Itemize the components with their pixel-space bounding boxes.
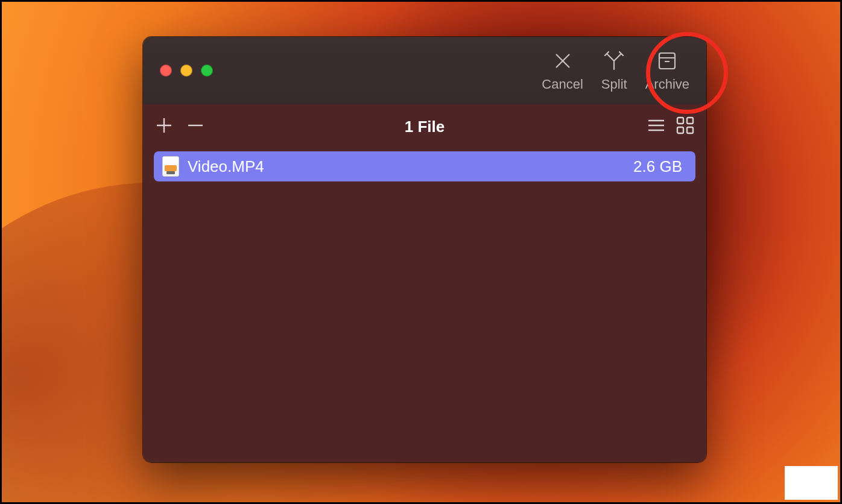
x-icon: [551, 49, 575, 73]
grid-icon: [675, 115, 695, 136]
file-size: 2.6 GB: [633, 157, 682, 176]
svg-rect-1: [677, 118, 683, 124]
window-controls: [160, 65, 213, 77]
svg-rect-2: [687, 118, 693, 124]
split-icon: [602, 49, 626, 73]
archive-label: Archive: [645, 77, 689, 92]
add-file-button[interactable]: [154, 115, 174, 138]
grid-view-button[interactable]: [675, 115, 695, 138]
split-button[interactable]: Split: [601, 49, 627, 92]
window-minimize-button[interactable]: [180, 65, 192, 77]
file-row-left: Video.MP4: [162, 156, 264, 177]
window-maximize-button[interactable]: [201, 65, 213, 77]
remove-file-button[interactable]: [185, 115, 206, 138]
minus-icon: [185, 115, 206, 136]
view-toggle: [646, 115, 695, 138]
svg-rect-4: [687, 127, 693, 133]
add-remove-controls: [154, 115, 206, 138]
plus-icon: [154, 115, 174, 136]
archive-button[interactable]: Archive: [645, 49, 689, 92]
list-lines-icon: [646, 115, 666, 136]
cancel-label: Cancel: [542, 77, 583, 92]
window-close-button[interactable]: [160, 65, 172, 77]
file-name: Video.MP4: [188, 157, 264, 176]
svg-rect-3: [677, 127, 683, 133]
toolbar-actions: Cancel Split Archive: [542, 49, 689, 92]
titlebar: Cancel Split Archive: [143, 37, 706, 104]
file-row[interactable]: Video.MP4 2.6 GB: [154, 151, 695, 181]
cancel-button[interactable]: Cancel: [542, 49, 583, 92]
archive-box-icon: [655, 49, 679, 73]
list-view-button[interactable]: [646, 115, 666, 138]
archiver-window: Cancel Split Archive 1 File: [143, 37, 706, 462]
video-file-icon: [162, 156, 179, 177]
file-count-label: 1 File: [405, 118, 445, 136]
split-label: Split: [601, 77, 627, 92]
sub-toolbar: 1 File: [154, 104, 695, 149]
content-area: 1 File Video.MP4 2.6 GB: [143, 104, 706, 462]
watermark-box: [785, 466, 838, 500]
